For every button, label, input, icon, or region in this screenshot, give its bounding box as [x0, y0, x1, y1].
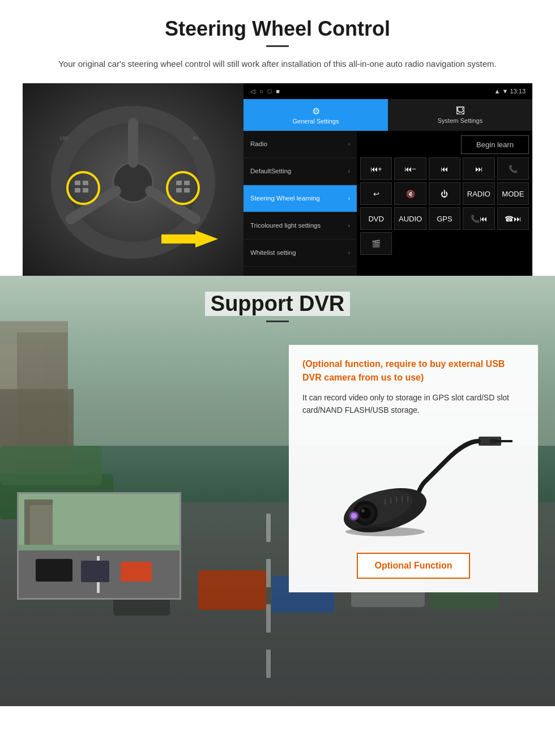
steering-title: Steering Wheel Control [23, 17, 532, 41]
media-btn[interactable]: 🎬 [360, 232, 392, 255]
menu-item-whitelist-label: Whitelist setting [250, 249, 296, 257]
mode-btn[interactable]: MODE [497, 182, 529, 205]
chevron-right-icon: › [348, 195, 350, 202]
signal-icon: ▲ ▼ [494, 88, 509, 95]
menu-list: Radio › DefaultSetting › Steering Wheel … [244, 131, 357, 276]
tab-system[interactable]: ⛾ System Settings [388, 99, 532, 131]
steering-section: Steering Wheel Control Your original car… [0, 0, 555, 276]
gps-label: GPS [437, 215, 452, 223]
svg-rect-13 [176, 188, 182, 193]
mute-icon: 🔇 [406, 190, 415, 198]
menu-item-steering[interactable]: Steering Wheel learning › [244, 185, 357, 212]
steering-subtitle: Your original car's steering wheel contr… [23, 57, 532, 71]
svg-point-53 [360, 507, 371, 519]
call-btn[interactable]: 📞 [497, 157, 529, 180]
svg-point-6 [167, 172, 199, 204]
chevron-right-icon: › [348, 168, 350, 174]
hangup-btn[interactable]: ↩ [360, 182, 392, 205]
android-tabs: ⚙ General Settings ⛾ System Settings [244, 99, 532, 131]
menu-icon: ■ [276, 88, 280, 95]
media-icon: 🎬 [372, 240, 381, 248]
menu-item-steering-label: Steering Wheel learning [250, 194, 320, 203]
power-icon: ⏻ [441, 190, 448, 198]
tab-system-label: System Settings [438, 117, 483, 124]
phone-icon: 📞 [509, 165, 518, 173]
audio-btn[interactable]: AUDIO [394, 207, 426, 230]
call-next-btn[interactable]: ☎⏭ [497, 207, 529, 230]
control-panel: Begin learn ⏮+ ⏮− ⏮ [357, 131, 532, 276]
menu-item-default[interactable]: DefaultSetting › [244, 158, 357, 185]
svg-rect-18 [161, 234, 197, 244]
chevron-right-icon: › [348, 141, 350, 147]
dvr-camera-image [302, 428, 524, 541]
begin-learn-button[interactable]: Begin learn [461, 135, 529, 154]
svg-rect-14 [184, 188, 190, 193]
svg-line-3 [71, 191, 116, 219]
status-time: 13:13 [510, 88, 526, 95]
dvr-divider [266, 321, 289, 322]
call-prev-btn[interactable]: 📞⏮ [463, 207, 494, 230]
dvr-desc-text: It can record video only to storage in G… [302, 391, 524, 417]
vol-up-btn[interactable]: ⏮+ [360, 157, 392, 180]
begin-learn-row: Begin learn [360, 135, 529, 154]
wifi-icon: ⛾ [456, 106, 465, 116]
svg-rect-10 [83, 188, 88, 193]
dvd-label: DVD [368, 215, 383, 223]
svg-rect-27 [266, 604, 271, 633]
tab-general-label: General Settings [293, 118, 339, 125]
menu-item-tricoloured-label: Tricoloured light settings [250, 221, 321, 230]
optional-function-button[interactable]: Optional Function [357, 553, 470, 579]
dvr-content: (Optional function, require to buy exter… [0, 345, 555, 600]
steering-photo-inner: 180 80 [23, 83, 244, 276]
dvr-info-box: (Optional function, require to buy exter… [289, 345, 538, 592]
svg-point-1 [113, 163, 153, 202]
android-status-bar: ◁ ○ □ ■ ▲ ▼ 13:13 [244, 83, 532, 99]
radio-label: RADIO [467, 190, 490, 198]
svg-rect-43 [36, 559, 72, 582]
prev-btn[interactable]: ⏮ [429, 157, 460, 180]
call-prev-icon: 📞⏮ [471, 215, 487, 223]
svg-point-61 [351, 513, 357, 519]
menu-item-whitelist[interactable]: Whitelist setting › [244, 240, 357, 267]
dvr-title-area: Support DVR [0, 276, 555, 322]
dvd-btn[interactable]: DVD [360, 207, 392, 230]
dvr-camera-svg [311, 431, 515, 539]
radio-btn[interactable]: RADIO [463, 182, 494, 205]
tab-general[interactable]: ⚙ General Settings [244, 99, 388, 131]
svg-rect-28 [266, 650, 271, 678]
svg-rect-12 [184, 181, 190, 185]
svg-rect-39 [30, 505, 53, 545]
svg-text:80: 80 [193, 135, 198, 141]
vol-down-btn[interactable]: ⏮− [394, 157, 426, 180]
dvr-left [17, 345, 278, 600]
menu-item-radio-label: Radio [250, 140, 267, 148]
svg-marker-17 [195, 230, 218, 247]
recent-icon: □ [268, 88, 272, 95]
prev-icon: ⏮ [441, 165, 448, 173]
control-grid: ⏮+ ⏮− ⏮ ⏭ 📞 [360, 157, 529, 255]
call-next-icon: ☎⏭ [505, 215, 521, 223]
chevron-right-icon: › [348, 250, 350, 256]
svg-rect-8 [83, 181, 88, 185]
svg-rect-11 [176, 181, 182, 185]
dvr-section: Support DVR [0, 276, 555, 706]
audio-label: AUDIO [399, 215, 422, 223]
svg-text:180: 180 [59, 135, 68, 141]
svg-rect-9 [75, 188, 80, 193]
vol-down-icon: ⏮− [404, 165, 416, 173]
svg-rect-47 [490, 439, 497, 443]
home-icon: ○ [259, 88, 263, 95]
menu-item-tricoloured[interactable]: Tricoloured light settings › [244, 212, 357, 240]
power-btn[interactable]: ⏻ [429, 182, 460, 205]
menu-item-radio[interactable]: Radio › [244, 131, 357, 158]
hangup-icon: ↩ [373, 190, 379, 198]
svg-rect-44 [121, 562, 152, 582]
dvr-thumbnail-svg [19, 494, 181, 600]
next-btn[interactable]: ⏭ [463, 157, 494, 180]
svg-rect-7 [75, 181, 80, 185]
status-right: ▲ ▼ 13:13 [494, 88, 526, 95]
dvr-optional-text: (Optional function, require to buy exter… [302, 357, 524, 385]
gps-btn[interactable]: GPS [429, 207, 460, 230]
mute-btn[interactable]: 🔇 [394, 182, 426, 205]
android-ui-panel: ◁ ○ □ ■ ▲ ▼ 13:13 ⚙ General Settings ⛾ [244, 83, 532, 276]
